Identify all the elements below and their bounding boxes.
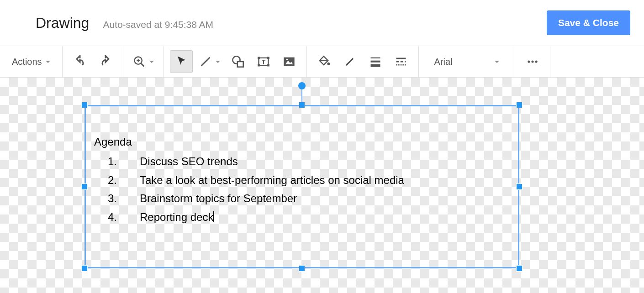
list-item: 3. Brainstorm topics for September [94, 189, 510, 208]
font-name-label: Arial [434, 57, 453, 67]
save-status: Auto-saved at 9:45:38 AM [103, 19, 213, 30]
text-content[interactable]: Agenda 1. Discuss SEO trends 2. Take a l… [94, 133, 510, 227]
tools-group: T [164, 46, 307, 77]
border-weight-button[interactable] [364, 50, 387, 73]
redo-button[interactable] [94, 50, 117, 73]
svg-rect-9 [258, 57, 260, 59]
zoom-icon [133, 55, 146, 68]
image-tool-button[interactable] [278, 50, 301, 73]
resize-handle-middle-right[interactable] [516, 183, 523, 190]
chevron-down-icon [216, 61, 220, 63]
resize-handle-bottom-right[interactable] [516, 265, 523, 272]
item-text: Reporting deck [140, 208, 214, 227]
undo-icon [74, 55, 86, 68]
zoom-button[interactable] [129, 50, 158, 73]
select-tool-button[interactable] [170, 50, 193, 73]
svg-line-1 [141, 63, 144, 67]
item-text: Take a look at best-performing articles … [140, 171, 404, 190]
border-dash-button[interactable] [390, 50, 412, 73]
textbox-selection[interactable]: Agenda 1. Discuss SEO trends 2. Take a l… [84, 105, 519, 268]
image-icon [283, 55, 296, 68]
redo-icon [99, 55, 112, 68]
page-title: Drawing [36, 15, 89, 31]
svg-point-23 [528, 60, 530, 63]
header-left: Drawing Auto-saved at 9:45:38 AM [36, 15, 213, 31]
svg-point-24 [531, 60, 533, 63]
cursor-icon [175, 55, 188, 68]
svg-rect-10 [267, 57, 269, 59]
svg-rect-13 [284, 58, 294, 66]
undo-redo-group [63, 46, 123, 77]
zoom-group [123, 46, 164, 77]
svg-point-25 [535, 60, 537, 63]
actions-menu-button[interactable]: Actions [5, 46, 58, 77]
chevron-down-icon [46, 61, 50, 63]
resize-handle-bottom-left[interactable] [81, 265, 88, 272]
resize-handle-top-left[interactable] [81, 102, 88, 108]
list-item: 2. Take a look at best-performing articl… [94, 171, 510, 190]
svg-line-4 [201, 58, 210, 66]
resize-handle-top-middle[interactable] [299, 102, 305, 108]
svg-rect-12 [267, 64, 269, 67]
actions-group: Actions [0, 46, 63, 77]
undo-button[interactable] [69, 50, 91, 73]
shape-icon [232, 55, 244, 68]
textbox-tool-button[interactable]: T [252, 50, 275, 73]
style-group [307, 46, 419, 77]
agenda-list: 1. Discuss SEO trends 2. Take a look at … [94, 152, 510, 227]
list-item: 4. Reporting deck [94, 208, 510, 227]
more-button[interactable] [521, 50, 544, 73]
svg-rect-18 [370, 61, 380, 63]
list-item: 1. Discuss SEO trends [94, 152, 510, 171]
line-tool-button[interactable] [195, 50, 224, 73]
chevron-down-icon [149, 61, 154, 63]
fill-color-button[interactable] [313, 50, 336, 73]
agenda-heading: Agenda [94, 133, 510, 152]
item-text: Brainstorm topics for September [140, 189, 297, 208]
item-number: 2. [94, 171, 117, 190]
save-close-button[interactable]: Save & Close [547, 10, 630, 35]
svg-point-15 [286, 59, 288, 61]
more-horizontal-icon [526, 55, 539, 68]
svg-rect-17 [370, 58, 380, 58]
chevron-down-icon [495, 61, 499, 63]
resize-handle-middle-left[interactable] [81, 183, 88, 190]
svg-rect-6 [237, 62, 243, 67]
resize-handle-top-right[interactable] [516, 102, 523, 108]
resize-handle-bottom-middle[interactable] [299, 265, 305, 272]
paint-bucket-icon [318, 55, 331, 68]
textbox-icon: T [257, 55, 270, 68]
rotate-handle[interactable] [298, 82, 306, 89]
canvas[interactable]: Agenda 1. Discuss SEO trends 2. Take a l… [0, 78, 644, 293]
line-icon [199, 55, 212, 68]
more-group [515, 46, 550, 77]
font-selector[interactable]: Arial [423, 46, 510, 77]
text-cursor [213, 211, 214, 222]
item-text: Discuss SEO trends [140, 152, 238, 171]
font-group: Arial [419, 46, 515, 77]
svg-text:T: T [261, 58, 265, 66]
item-number: 3. [94, 189, 117, 208]
toolbar: Actions [0, 46, 644, 78]
svg-rect-19 [370, 64, 380, 67]
svg-point-16 [327, 63, 330, 65]
line-dash-icon [395, 55, 407, 68]
textbox[interactable]: Agenda 1. Discuss SEO trends 2. Take a l… [84, 105, 519, 268]
item-number: 4. [94, 208, 117, 227]
border-color-button[interactable] [338, 50, 361, 73]
shape-tool-button[interactable] [227, 50, 249, 73]
line-weight-icon [369, 55, 382, 68]
header: Drawing Auto-saved at 9:45:38 AM Save & … [0, 0, 644, 46]
item-number: 1. [94, 152, 117, 171]
svg-rect-11 [258, 64, 260, 67]
pencil-icon [343, 55, 356, 68]
actions-label: Actions [12, 57, 42, 67]
